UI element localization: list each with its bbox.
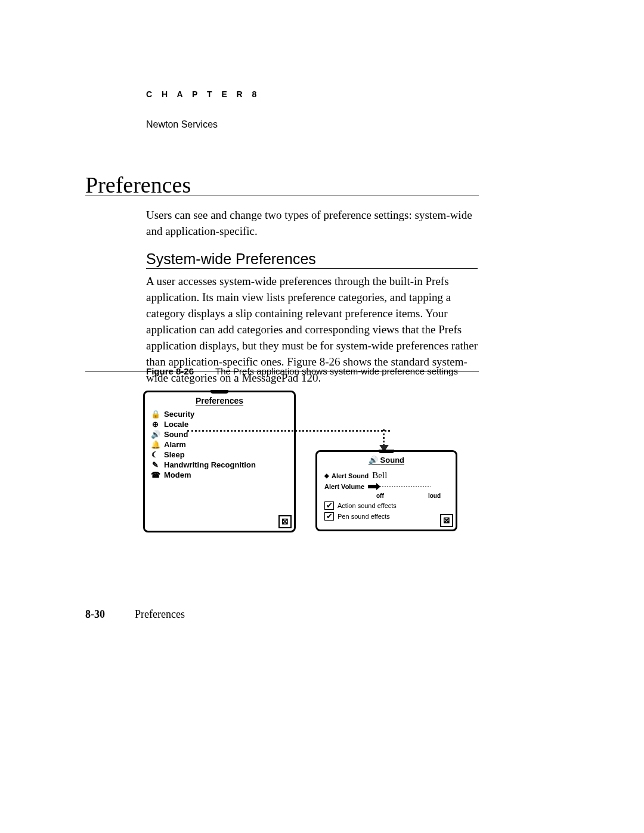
window-title: Preferences bbox=[145, 396, 294, 405]
sidebar-item-label: Modem bbox=[164, 470, 191, 480]
figure-number: Figure 8-26 bbox=[146, 366, 215, 376]
volume-min-label: off bbox=[376, 493, 384, 499]
sidebar-item-label: Alarm bbox=[164, 439, 186, 450]
sidebar-item-label: Security bbox=[164, 409, 194, 419]
close-button[interactable]: ⊠ bbox=[278, 515, 292, 528]
sound-slip-window: 🔊 Sound ◆ Alert Sound Bell Alert Volume … bbox=[315, 450, 457, 531]
title-rule bbox=[85, 196, 479, 196]
lock-icon: 🔒 bbox=[151, 409, 159, 419]
checkbox-label: Pen sound effects bbox=[338, 513, 390, 520]
volume-max-label: loud bbox=[428, 493, 441, 499]
annotation-arrow bbox=[383, 429, 385, 446]
prefs-main-window: Preferences 🔒 Security ⊕ Locale 🔊 Sound … bbox=[143, 391, 296, 532]
alert-volume-label: Alert Volume bbox=[324, 483, 364, 490]
page-number: 8-30 bbox=[85, 608, 135, 620]
figure-caption: Figure 8-26The Prefs application shows s… bbox=[146, 366, 458, 376]
pen-icon: ✎ bbox=[151, 460, 159, 470]
globe-icon: ⊕ bbox=[151, 419, 159, 429]
footer-section: Preferences bbox=[135, 608, 185, 620]
alert-sound-label: Alert Sound bbox=[332, 472, 369, 479]
sidebar-item-modem[interactable]: ☎ Modem bbox=[151, 470, 289, 480]
alert-sound-value: Bell bbox=[372, 470, 387, 481]
diamond-icon: ◆ bbox=[324, 472, 329, 479]
body-paragraph-1: Users can see and change two types of pr… bbox=[146, 208, 480, 240]
drag-handle[interactable] bbox=[210, 390, 228, 394]
drag-handle[interactable] bbox=[379, 450, 394, 453]
annotation-connector bbox=[187, 430, 390, 432]
checkbox-label: Action sound effects bbox=[338, 502, 397, 509]
sidebar-item-locale[interactable]: ⊕ Locale bbox=[151, 419, 289, 429]
checkbox-checked-icon: ✔ bbox=[324, 512, 334, 521]
slip-title: 🔊 Sound bbox=[317, 456, 456, 465]
checkbox-checked-icon: ✔ bbox=[324, 501, 334, 510]
sidebar-item-label: Sound bbox=[164, 429, 188, 439]
action-sound-checkbox[interactable]: ✔ Action sound effects bbox=[324, 501, 450, 510]
alarm-icon: 🔔 bbox=[151, 439, 159, 450]
sidebar-item-label: Handwriting Recognition bbox=[164, 460, 256, 470]
alert-volume-slider[interactable] bbox=[368, 484, 431, 490]
subheading: System-wide Preferences bbox=[146, 250, 316, 268]
sidebar-item-label: Sleep bbox=[164, 450, 185, 460]
sound-icon: 🔊 bbox=[151, 429, 159, 439]
alert-sound-picker[interactable]: ◆ Alert Sound Bell bbox=[324, 470, 450, 481]
section-name: Newton Services bbox=[146, 119, 218, 130]
sidebar-item-handwriting[interactable]: ✎ Handwriting Recognition bbox=[151, 460, 289, 470]
sidebar-item-sleep[interactable]: ☾ Sleep bbox=[151, 450, 289, 460]
slider-thumb-icon bbox=[376, 483, 380, 490]
close-button[interactable]: ⊠ bbox=[440, 514, 453, 527]
pen-sound-checkbox[interactable]: ✔ Pen sound effects bbox=[324, 512, 450, 521]
sidebar-item-label: Locale bbox=[164, 419, 188, 429]
subheading-rule bbox=[146, 268, 478, 269]
sidebar-item-security[interactable]: 🔒 Security bbox=[151, 409, 289, 419]
phone-icon: ☎ bbox=[151, 470, 159, 480]
sleep-icon: ☾ bbox=[151, 450, 159, 460]
page-footer: 8-30Preferences bbox=[85, 608, 185, 621]
sound-icon: 🔊 bbox=[369, 456, 378, 465]
figure-text: The Prefs application shows system-wide … bbox=[215, 366, 458, 376]
chapter-label: C H A P T E R 8 bbox=[146, 89, 260, 99]
sidebar-item-alarm[interactable]: 🔔 Alarm bbox=[151, 439, 289, 450]
page-title: Preferences bbox=[85, 172, 191, 198]
